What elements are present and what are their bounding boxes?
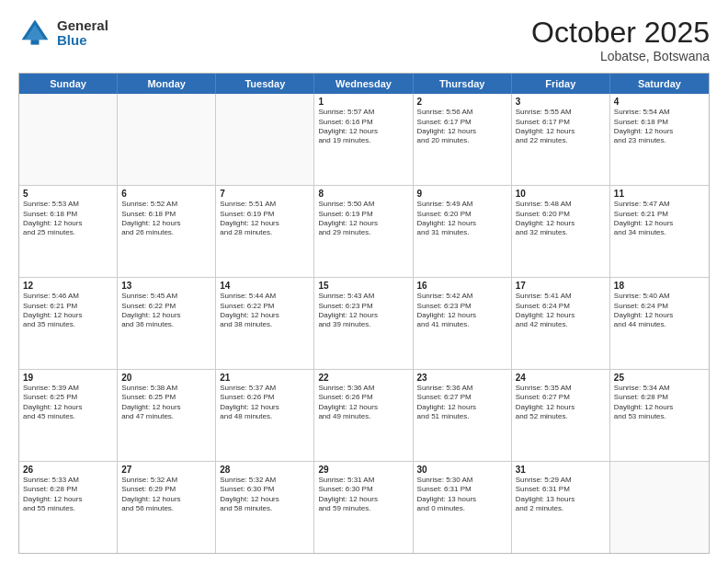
- day-info: Sunrise: 5:29 AM Sunset: 6:31 PM Dayligh…: [516, 476, 606, 514]
- header-sunday: Sunday: [19, 74, 118, 94]
- calendar-cell: 23Sunrise: 5:36 AM Sunset: 6:27 PM Dayli…: [414, 370, 512, 461]
- day-info: Sunrise: 5:52 AM Sunset: 6:18 PM Dayligh…: [121, 200, 211, 238]
- calendar-cell: 17Sunrise: 5:41 AM Sunset: 6:24 PM Dayli…: [512, 278, 610, 369]
- day-info: Sunrise: 5:36 AM Sunset: 6:26 PM Dayligh…: [318, 384, 408, 422]
- day-info: Sunrise: 5:38 AM Sunset: 6:25 PM Dayligh…: [121, 384, 211, 422]
- day-number: 5: [23, 189, 113, 199]
- day-info: Sunrise: 5:34 AM Sunset: 6:28 PM Dayligh…: [614, 384, 705, 422]
- calendar-week-1: 1Sunrise: 5:57 AM Sunset: 6:16 PM Daylig…: [19, 94, 709, 186]
- day-number: 27: [121, 465, 211, 475]
- day-info: Sunrise: 5:45 AM Sunset: 6:22 PM Dayligh…: [121, 292, 211, 330]
- day-info: Sunrise: 5:30 AM Sunset: 6:31 PM Dayligh…: [417, 476, 507, 514]
- calendar-cell: 5Sunrise: 5:53 AM Sunset: 6:18 PM Daylig…: [19, 186, 118, 277]
- day-number: 20: [121, 373, 211, 383]
- calendar-cell: 2Sunrise: 5:56 AM Sunset: 6:17 PM Daylig…: [414, 94, 512, 185]
- day-number: 25: [614, 373, 705, 383]
- day-number: 7: [220, 189, 310, 199]
- day-info: Sunrise: 5:49 AM Sunset: 6:20 PM Dayligh…: [417, 200, 507, 238]
- header-wednesday: Wednesday: [314, 74, 413, 94]
- day-number: 2: [417, 97, 507, 107]
- page: General Blue October 2025 Lobatse, Botsw…: [0, 0, 728, 563]
- calendar-cell: 30Sunrise: 5:30 AM Sunset: 6:31 PM Dayli…: [414, 462, 512, 553]
- logo: General Blue: [18, 17, 108, 50]
- day-number: 31: [516, 465, 606, 475]
- calendar-cell: 19Sunrise: 5:39 AM Sunset: 6:25 PM Dayli…: [19, 370, 118, 461]
- svg-rect-2: [31, 40, 40, 44]
- day-info: Sunrise: 5:50 AM Sunset: 6:19 PM Dayligh…: [318, 200, 408, 238]
- day-info: Sunrise: 5:53 AM Sunset: 6:18 PM Dayligh…: [23, 200, 113, 238]
- calendar-cell: 14Sunrise: 5:44 AM Sunset: 6:22 PM Dayli…: [216, 278, 314, 369]
- day-number: 9: [417, 189, 507, 199]
- calendar-cell: 15Sunrise: 5:43 AM Sunset: 6:23 PM Dayli…: [314, 278, 413, 369]
- calendar-cell: 18Sunrise: 5:40 AM Sunset: 6:24 PM Dayli…: [610, 278, 709, 369]
- calendar-cell: 8Sunrise: 5:50 AM Sunset: 6:19 PM Daylig…: [314, 186, 413, 277]
- calendar-week-3: 12Sunrise: 5:46 AM Sunset: 6:21 PM Dayli…: [19, 278, 709, 370]
- day-number: 12: [23, 281, 113, 291]
- day-info: Sunrise: 5:42 AM Sunset: 6:23 PM Dayligh…: [417, 292, 507, 330]
- day-number: 28: [220, 465, 310, 475]
- day-number: 21: [220, 373, 310, 383]
- header-thursday: Thursday: [414, 74, 512, 94]
- day-number: 26: [23, 465, 113, 475]
- calendar-cell: 16Sunrise: 5:42 AM Sunset: 6:23 PM Dayli…: [414, 278, 512, 369]
- calendar-cell: 20Sunrise: 5:38 AM Sunset: 6:25 PM Dayli…: [118, 370, 216, 461]
- calendar-cell: [19, 94, 118, 185]
- day-number: 30: [417, 465, 507, 475]
- calendar-cell: 10Sunrise: 5:48 AM Sunset: 6:20 PM Dayli…: [512, 186, 610, 277]
- day-number: 8: [318, 189, 408, 199]
- calendar-cell: 29Sunrise: 5:31 AM Sunset: 6:30 PM Dayli…: [314, 462, 413, 553]
- day-info: Sunrise: 5:37 AM Sunset: 6:26 PM Dayligh…: [220, 384, 310, 422]
- title-block: October 2025 Lobatse, Botswana: [531, 17, 710, 63]
- day-number: 13: [121, 281, 211, 291]
- calendar-cell: 24Sunrise: 5:35 AM Sunset: 6:27 PM Dayli…: [512, 370, 610, 461]
- day-info: Sunrise: 5:57 AM Sunset: 6:16 PM Dayligh…: [318, 108, 408, 146]
- day-info: Sunrise: 5:39 AM Sunset: 6:25 PM Dayligh…: [23, 384, 113, 422]
- day-info: Sunrise: 5:41 AM Sunset: 6:24 PM Dayligh…: [516, 292, 606, 330]
- calendar-cell: 12Sunrise: 5:46 AM Sunset: 6:21 PM Dayli…: [19, 278, 118, 369]
- day-number: 19: [23, 373, 113, 383]
- calendar-cell: 9Sunrise: 5:49 AM Sunset: 6:20 PM Daylig…: [414, 186, 512, 277]
- day-info: Sunrise: 5:32 AM Sunset: 6:29 PM Dayligh…: [121, 476, 211, 514]
- day-info: Sunrise: 5:56 AM Sunset: 6:17 PM Dayligh…: [417, 108, 507, 146]
- day-info: Sunrise: 5:54 AM Sunset: 6:18 PM Dayligh…: [614, 108, 705, 146]
- calendar-cell: 3Sunrise: 5:55 AM Sunset: 6:17 PM Daylig…: [512, 94, 610, 185]
- day-number: 11: [614, 189, 705, 199]
- day-info: Sunrise: 5:46 AM Sunset: 6:21 PM Dayligh…: [23, 292, 113, 330]
- header: General Blue October 2025 Lobatse, Botsw…: [18, 17, 710, 63]
- calendar-cell: 31Sunrise: 5:29 AM Sunset: 6:31 PM Dayli…: [512, 462, 610, 553]
- day-info: Sunrise: 5:36 AM Sunset: 6:27 PM Dayligh…: [417, 384, 507, 422]
- day-info: Sunrise: 5:43 AM Sunset: 6:23 PM Dayligh…: [318, 292, 408, 330]
- header-monday: Monday: [118, 74, 216, 94]
- calendar-cell: [118, 94, 216, 185]
- calendar-week-2: 5Sunrise: 5:53 AM Sunset: 6:18 PM Daylig…: [19, 186, 709, 278]
- day-info: Sunrise: 5:33 AM Sunset: 6:28 PM Dayligh…: [23, 476, 113, 514]
- calendar-header: Sunday Monday Tuesday Wednesday Thursday…: [19, 74, 709, 94]
- calendar-body: 1Sunrise: 5:57 AM Sunset: 6:16 PM Daylig…: [19, 94, 709, 553]
- day-number: 3: [516, 97, 606, 107]
- logo-general-label: General: [57, 18, 108, 34]
- day-number: 24: [516, 373, 606, 383]
- calendar-cell: 4Sunrise: 5:54 AM Sunset: 6:18 PM Daylig…: [610, 94, 709, 185]
- day-number: 17: [516, 281, 606, 291]
- day-number: 10: [516, 189, 606, 199]
- day-number: 4: [614, 97, 705, 107]
- calendar-cell: [216, 94, 314, 185]
- calendar-cell: 1Sunrise: 5:57 AM Sunset: 6:16 PM Daylig…: [314, 94, 413, 185]
- calendar: Sunday Monday Tuesday Wednesday Thursday…: [18, 73, 710, 554]
- calendar-cell: [610, 462, 709, 553]
- calendar-cell: 21Sunrise: 5:37 AM Sunset: 6:26 PM Dayli…: [216, 370, 314, 461]
- day-number: 16: [417, 281, 507, 291]
- logo-icon: [18, 17, 51, 50]
- day-info: Sunrise: 5:55 AM Sunset: 6:17 PM Dayligh…: [516, 108, 606, 146]
- day-number: 6: [121, 189, 211, 199]
- day-info: Sunrise: 5:44 AM Sunset: 6:22 PM Dayligh…: [220, 292, 310, 330]
- calendar-week-5: 26Sunrise: 5:33 AM Sunset: 6:28 PM Dayli…: [19, 462, 709, 553]
- location: Lobatse, Botswana: [531, 49, 710, 63]
- header-friday: Friday: [512, 74, 610, 94]
- calendar-cell: 28Sunrise: 5:32 AM Sunset: 6:30 PM Dayli…: [216, 462, 314, 553]
- calendar-cell: 13Sunrise: 5:45 AM Sunset: 6:22 PM Dayli…: [118, 278, 216, 369]
- day-number: 1: [318, 97, 408, 107]
- calendar-cell: 6Sunrise: 5:52 AM Sunset: 6:18 PM Daylig…: [118, 186, 216, 277]
- calendar-cell: 11Sunrise: 5:47 AM Sunset: 6:21 PM Dayli…: [610, 186, 709, 277]
- day-info: Sunrise: 5:51 AM Sunset: 6:19 PM Dayligh…: [220, 200, 310, 238]
